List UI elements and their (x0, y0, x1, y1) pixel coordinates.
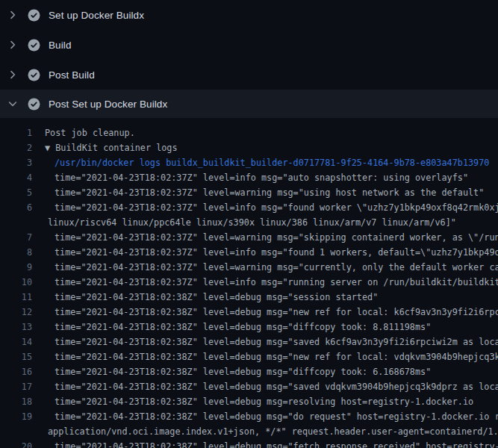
log-row: 15time="2021-04-23T18:02:38Z" level=debu… (0, 349, 498, 364)
line-number[interactable]: 20 (0, 441, 32, 448)
log-row: 10time="2021-04-23T18:02:37Z" level=info… (0, 275, 498, 290)
line-number[interactable]: 15 (0, 352, 32, 362)
log-text: Post job cleanup. (32, 128, 135, 138)
log-row: 19time="2021-04-23T18:02:38Z" level=debu… (0, 409, 498, 424)
step-row-post-setup-docker-buildx[interactable]: Post Set up Docker Buildx (0, 90, 498, 118)
check-circle-icon (28, 98, 40, 111)
log-text: time="2021-04-23T18:02:37Z" level=warnin… (32, 262, 498, 273)
log-row: 4time="2021-04-23T18:02:37Z" level=info … (0, 170, 498, 185)
log-lines: 1Post job cleanup.2▼ BuildKit container … (0, 118, 498, 448)
line-number[interactable]: 2 (0, 143, 32, 153)
log-text: time="2021-04-23T18:02:37Z" level=info m… (32, 202, 498, 213)
line-number[interactable]: 14 (0, 337, 32, 347)
log-row: 20time="2021-04-23T18:02:38Z" level=debu… (0, 439, 498, 448)
step-row-setup-docker-buildx[interactable]: Set up Docker Buildx (0, 0, 498, 30)
log-text: time="2021-04-23T18:02:37Z" level=warnin… (32, 232, 498, 243)
line-number[interactable]: 7 (0, 232, 32, 243)
log-command-text: /usr/bin/docker logs buildx_buildkit_bui… (32, 158, 489, 168)
step-title: Post Set up Docker Buildx (49, 99, 167, 110)
log-row: 3/usr/bin/docker logs buildx_buildkit_bu… (0, 155, 498, 170)
log-row: 17time="2021-04-23T18:02:38Z" level=debu… (0, 379, 498, 394)
chevron-right-icon (7, 9, 19, 21)
check-circle-icon (28, 69, 40, 81)
log-row: 11time="2021-04-23T18:02:38Z" level=debu… (0, 290, 498, 305)
log-text: time="2021-04-23T18:02:38Z" level=debug … (32, 292, 378, 302)
line-number[interactable]: 1 (0, 128, 32, 138)
step-row-build[interactable]: Build (0, 30, 498, 60)
log-row-wrap: linux/riscv64 linux/ppc64le linux/s390x … (0, 215, 498, 230)
check-circle-icon (28, 39, 40, 52)
line-number[interactable]: 12 (0, 307, 32, 317)
step-title: Build (49, 40, 72, 51)
line-number[interactable]: 5 (0, 187, 32, 198)
log-text: time="2021-04-23T18:02:37Z" level=info m… (32, 247, 498, 258)
log-text: linux/riscv64 linux/ppc64le linux/s390x … (32, 217, 456, 228)
log-text: time="2021-04-23T18:02:38Z" level=debug … (32, 352, 498, 362)
log-row: 5time="2021-04-23T18:02:37Z" level=warni… (0, 185, 498, 200)
step-title: Post Build (49, 69, 95, 81)
log-text: time="2021-04-23T18:02:37Z" level=warnin… (32, 187, 484, 198)
check-circle-icon (28, 9, 40, 22)
line-number[interactable]: 10 (0, 277, 32, 287)
log-row: 8time="2021-04-23T18:02:37Z" level=info … (0, 245, 498, 260)
log-text: time="2021-04-23T18:02:38Z" level=debug … (32, 337, 498, 347)
line-number[interactable]: 17 (0, 382, 32, 392)
log-row: 16time="2021-04-23T18:02:38Z" level=debu… (0, 364, 498, 379)
log-text: time="2021-04-23T18:02:38Z" level=debug … (32, 411, 498, 422)
line-number[interactable]: 8 (0, 247, 32, 258)
log-text: time="2021-04-23T18:02:38Z" level=debug … (32, 396, 473, 407)
log-row: 14time="2021-04-23T18:02:38Z" level=debu… (0, 335, 498, 349)
log-text: time="2021-04-23T18:02:38Z" level=debug … (32, 382, 498, 392)
line-number[interactable]: 13 (0, 322, 32, 332)
line-number[interactable]: 11 (0, 292, 32, 302)
log-text: time="2021-04-23T18:02:37Z" level=info m… (32, 277, 498, 287)
chevron-right-icon (7, 39, 19, 51)
log-row: 13time="2021-04-23T18:02:38Z" level=debu… (0, 320, 498, 335)
line-number[interactable]: 18 (0, 396, 32, 407)
line-number[interactable]: 3 (0, 158, 32, 168)
log-text: application/vnd.oci.image.index.v1+json,… (32, 426, 498, 437)
log-text: time="2021-04-23T18:02:38Z" level=debug … (32, 307, 498, 317)
log-row-wrap: application/vnd.oci.image.index.v1+json,… (0, 424, 498, 439)
chevron-down-icon (7, 98, 19, 110)
log-group-toggle[interactable]: ▼ BuildKit container logs (32, 143, 178, 153)
line-number[interactable]: 4 (0, 172, 32, 183)
log-row: 2▼ BuildKit container logs (0, 140, 498, 155)
step-title: Set up Docker Buildx (49, 10, 144, 21)
log-row: 6time="2021-04-23T18:02:37Z" level=info … (0, 200, 498, 215)
log-row: 18time="2021-04-23T18:02:38Z" level=debu… (0, 394, 498, 409)
line-number[interactable]: 9 (0, 262, 32, 273)
log-row: 12time="2021-04-23T18:02:38Z" level=debu… (0, 305, 498, 320)
log-row: 1Post job cleanup. (0, 125, 498, 140)
log-row: 7time="2021-04-23T18:02:37Z" level=warni… (0, 230, 498, 245)
line-number[interactable]: 16 (0, 367, 32, 377)
log-text: time="2021-04-23T18:02:38Z" level=debug … (32, 441, 498, 448)
line-number[interactable]: 6 (0, 202, 32, 213)
log-text: time="2021-04-23T18:02:38Z" level=debug … (32, 367, 431, 377)
step-row-post-build[interactable]: Post Build (0, 60, 498, 90)
log-text: time="2021-04-23T18:02:37Z" level=info m… (32, 172, 468, 183)
log-text: time="2021-04-23T18:02:38Z" level=debug … (32, 322, 431, 332)
log-row: 9time="2021-04-23T18:02:37Z" level=warni… (0, 260, 498, 275)
line-number[interactable]: 19 (0, 411, 32, 422)
step-list: Set up Docker Buildx Build Post Build Po… (0, 0, 498, 118)
chevron-right-icon (7, 69, 19, 81)
